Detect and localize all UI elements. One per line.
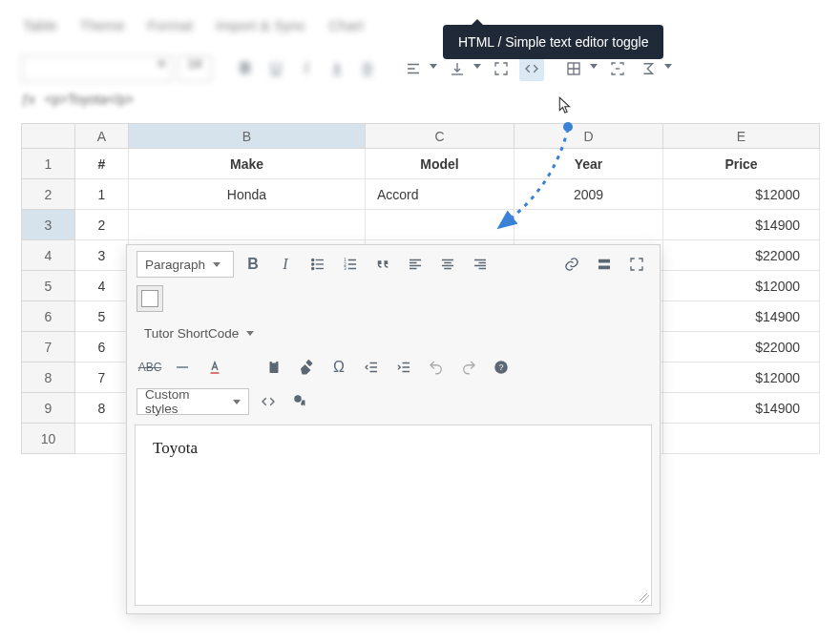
row-4-header[interactable]: 4 xyxy=(22,240,75,271)
editor-paste-button[interactable] xyxy=(261,354,287,381)
row-1-header[interactable]: 1 xyxy=(22,149,75,179)
cell-B3[interactable] xyxy=(129,210,366,240)
cell-A4[interactable]: 3 xyxy=(75,240,129,271)
html-toggle-button[interactable] xyxy=(519,56,544,81)
cell-E6[interactable]: $14900 xyxy=(663,301,820,332)
row-5-header[interactable]: 5 xyxy=(22,271,75,301)
editor-media-button[interactable] xyxy=(287,388,314,415)
font-family-select[interactable]: ▾ xyxy=(21,55,172,82)
paragraph-select[interactable]: Paragraph xyxy=(136,251,234,278)
cell-A5[interactable]: 4 xyxy=(75,271,129,301)
cell-A1[interactable]: # xyxy=(75,149,129,179)
col-B[interactable]: B xyxy=(129,124,366,149)
editor-italic-button[interactable]: I xyxy=(272,251,299,278)
resize-handle[interactable] xyxy=(640,593,649,603)
svg-point-15 xyxy=(294,395,302,403)
cell-E5[interactable]: $12000 xyxy=(663,271,820,301)
cell-D1[interactable]: Year xyxy=(514,149,663,179)
editor-code-button[interactable] xyxy=(255,388,282,415)
cell-A2[interactable]: 1 xyxy=(75,179,129,210)
cell-E7[interactable]: $22000 xyxy=(663,332,820,362)
vertical-align-button[interactable] xyxy=(445,56,470,81)
cell-E4[interactable]: $22000 xyxy=(663,240,820,271)
editor-text-color-button[interactable] xyxy=(201,354,228,381)
menu-table[interactable]: Table xyxy=(23,17,57,33)
row-7-header[interactable]: 7 xyxy=(22,332,75,362)
editor-clear-format-button[interactable] xyxy=(293,354,320,381)
cell-D3[interactable] xyxy=(514,210,663,240)
valign-dropdown-icon[interactable] xyxy=(473,64,483,73)
font-size-input[interactable]: 14 xyxy=(178,55,212,82)
cell-C1[interactable]: Model xyxy=(366,149,514,179)
row-9-header[interactable]: 9 xyxy=(22,393,75,424)
underline-button[interactable]: U xyxy=(263,56,288,81)
formula-button[interactable] xyxy=(636,56,661,81)
editor-strike-button[interactable]: ABC xyxy=(136,354,163,381)
editor-fullscreen-button[interactable] xyxy=(623,251,650,278)
col-D[interactable]: D xyxy=(514,124,663,149)
borders-dropdown-icon[interactable] xyxy=(590,64,599,73)
cell-E10[interactable] xyxy=(663,424,820,454)
row-3-header[interactable]: 3 xyxy=(22,210,75,240)
editor-align-left-button[interactable] xyxy=(402,251,429,278)
align-dropdown-icon[interactable] xyxy=(430,64,439,73)
cell-A3[interactable]: 2 xyxy=(75,210,129,240)
cell-B2[interactable]: Honda xyxy=(129,179,366,210)
cell-B1[interactable]: Make xyxy=(129,149,366,179)
col-A[interactable]: A xyxy=(75,124,129,149)
custom-styles-select[interactable]: Custom styles xyxy=(136,388,249,415)
select-all-corner[interactable] xyxy=(22,124,75,149)
editor-special-char-button[interactable]: Ω xyxy=(326,354,352,381)
menu-chart[interactable]: Chart xyxy=(328,17,364,33)
cell-E2[interactable]: $12000 xyxy=(663,179,820,210)
editor-ol-button[interactable]: 123 xyxy=(337,251,364,278)
menu-format[interactable]: Format xyxy=(148,17,194,33)
editor-bold-button[interactable]: B xyxy=(240,251,266,278)
editor-outdent-button[interactable] xyxy=(358,354,385,381)
editor-undo-button[interactable] xyxy=(423,354,450,381)
cell-C2[interactable]: Accord xyxy=(366,179,514,210)
menu-import-sync[interactable]: Import & Sync xyxy=(216,17,305,33)
cell-A7[interactable]: 6 xyxy=(75,332,129,362)
editor-toolbox-button[interactable] xyxy=(136,285,163,312)
col-E[interactable]: E xyxy=(663,124,820,149)
editor-blockquote-button[interactable] xyxy=(369,251,396,278)
editor-ul-button[interactable] xyxy=(304,251,331,278)
editor-content-area[interactable]: Toyota xyxy=(135,425,652,606)
align-button[interactable] xyxy=(401,56,426,81)
editor-redo-button[interactable] xyxy=(455,354,482,381)
bold-button[interactable]: B xyxy=(233,56,258,81)
editor-indent-button[interactable] xyxy=(390,354,417,381)
row-2-header[interactable]: 2 xyxy=(22,179,75,210)
text-color-button[interactable] xyxy=(325,56,349,81)
row-10-header[interactable]: 10 xyxy=(22,424,75,454)
row-8-header[interactable]: 8 xyxy=(22,362,75,393)
cell-D2[interactable]: 2009 xyxy=(514,179,663,210)
cell-E8[interactable]: $12000 xyxy=(663,362,820,393)
cell-A6[interactable]: 5 xyxy=(75,301,129,332)
editor-link-button[interactable] xyxy=(558,251,585,278)
cell-A9[interactable]: 8 xyxy=(75,393,129,424)
merge-button[interactable] xyxy=(605,56,630,81)
row-6-header[interactable]: 6 xyxy=(22,301,75,332)
cell-A10[interactable] xyxy=(75,424,129,454)
cell-A8[interactable]: 7 xyxy=(75,362,129,393)
col-C[interactable]: C xyxy=(366,124,514,149)
fill-color-button[interactable] xyxy=(355,56,380,81)
cell-E1[interactable]: Price xyxy=(663,149,820,179)
fullscreen-button[interactable] xyxy=(489,56,514,81)
editor-hr-button[interactable] xyxy=(169,354,196,381)
editor-help-button[interactable]: ? xyxy=(488,354,514,381)
editor-insert-button[interactable] xyxy=(591,251,618,278)
cell-C3[interactable] xyxy=(366,210,514,240)
cell-E3[interactable]: $14900 xyxy=(663,210,820,240)
cell-E9[interactable]: $14900 xyxy=(663,393,820,424)
formula-dropdown-icon[interactable] xyxy=(664,64,674,73)
borders-button[interactable] xyxy=(561,56,586,81)
editor-align-center-button[interactable] xyxy=(434,251,461,278)
shortcode-select[interactable]: Tutor ShortCode xyxy=(136,320,262,346)
formula-bar[interactable]: ƒx <p>Toyota</p> xyxy=(0,87,840,112)
editor-align-right-button[interactable] xyxy=(467,251,494,278)
italic-button[interactable]: I xyxy=(294,56,319,81)
menu-theme[interactable]: Theme xyxy=(80,17,125,33)
